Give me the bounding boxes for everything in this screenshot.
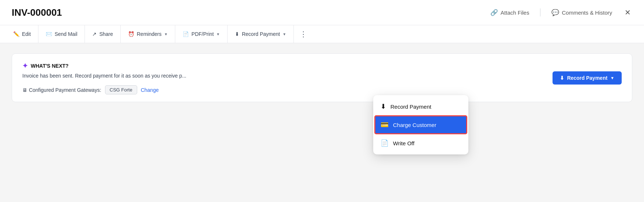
toolbar: ✏️ Edit ✉️ Send Mail ↗ Share ⏰ Reminders…	[0, 25, 644, 43]
attach-files-button[interactable]: 🔗 Attach Files	[488, 7, 531, 18]
sparkle-icon: ✦	[22, 62, 28, 70]
dropdown-record-payment-item[interactable]: ⬇ Record Payment	[373, 97, 468, 116]
dropdown-charge-customer-item[interactable]: 💳 Charge Customer	[375, 116, 467, 134]
gateways-label: 🖥 Configured Payment Gateways:	[22, 87, 101, 93]
dropdown-charge-customer-icon: 💳	[381, 121, 389, 129]
share-icon: ↗	[92, 31, 97, 37]
edit-button[interactable]: ✏️ Edit	[6, 25, 38, 43]
dropdown-write-off-label: Write Off	[393, 140, 415, 146]
pdf-icon: 📄	[183, 31, 189, 37]
pdf-print-button[interactable]: 📄 PDF/Print ▼	[175, 25, 228, 43]
comments-history-button[interactable]: 💬 Comments & History	[549, 7, 614, 18]
edit-icon: ✏️	[13, 31, 19, 37]
pdf-chevron-icon: ▼	[216, 32, 220, 36]
page-title: INV-000001	[12, 7, 62, 18]
send-mail-button[interactable]: ✉️ Send Mail	[38, 25, 85, 43]
payment-gateways: 🖥 Configured Payment Gateways: CSG Forte…	[22, 85, 622, 94]
header-actions: 🔗 Attach Files 💬 Comments & History ✕	[488, 7, 632, 18]
close-button[interactable]: ✕	[623, 7, 632, 18]
comment-icon: 💬	[551, 9, 559, 16]
page-header: INV-000001 🔗 Attach Files 💬 Comments & H…	[0, 0, 644, 25]
dropdown-record-payment-icon: ⬇	[381, 102, 386, 111]
dropdown-menu: ⬇ Record Payment 💳 Charge Customer 📄 Wri…	[373, 95, 468, 154]
mail-icon: ✉️	[46, 31, 52, 37]
main-content: ✦ WHAT'S NEXT? Invoice has been sent. Re…	[0, 43, 644, 112]
whats-next-description: Invoice has been sent. Record payment fo…	[22, 73, 622, 79]
dropdown-write-off-item[interactable]: 📄 Write Off	[373, 134, 468, 152]
record-payment-card-button[interactable]: ⬇ Record Payment ▼	[553, 71, 622, 85]
header-divider	[540, 8, 540, 16]
whats-next-heading: WHAT'S NEXT?	[31, 63, 68, 69]
gateway-icon: 🖥	[22, 87, 27, 93]
whats-next-card: ✦ WHAT'S NEXT? Invoice has been sent. Re…	[12, 53, 632, 102]
reminders-icon: ⏰	[128, 31, 134, 37]
whats-next-header: ✦ WHAT'S NEXT?	[22, 62, 622, 70]
dropdown-wrapper: ⬇ Record Payment 💳 Charge Customer 📄 Wri…	[373, 95, 468, 154]
gateway-badge: CSG Forte	[105, 85, 137, 94]
paperclip-icon: 🔗	[490, 9, 498, 16]
record-payment-chevron-icon: ▼	[282, 32, 286, 36]
record-payment-card-chevron-icon: ▼	[610, 76, 614, 80]
dropdown-record-payment-label: Record Payment	[390, 104, 431, 110]
record-payment-card-icon: ⬇	[560, 75, 564, 81]
dropdown-charge-customer-label: Charge Customer	[393, 122, 436, 128]
dropdown-write-off-icon: 📄	[381, 139, 389, 147]
more-options-button[interactable]: ⋮	[294, 25, 313, 43]
share-button[interactable]: ↗ Share	[85, 25, 120, 43]
reminders-chevron-icon: ▼	[164, 32, 168, 36]
reminders-button[interactable]: ⏰ Reminders ▼	[121, 25, 176, 43]
record-payment-icon: ⬇	[235, 31, 239, 37]
record-payment-toolbar-button[interactable]: ⬇ Record Payment ▼	[228, 25, 294, 43]
change-gateway-button[interactable]: Change	[141, 87, 159, 93]
